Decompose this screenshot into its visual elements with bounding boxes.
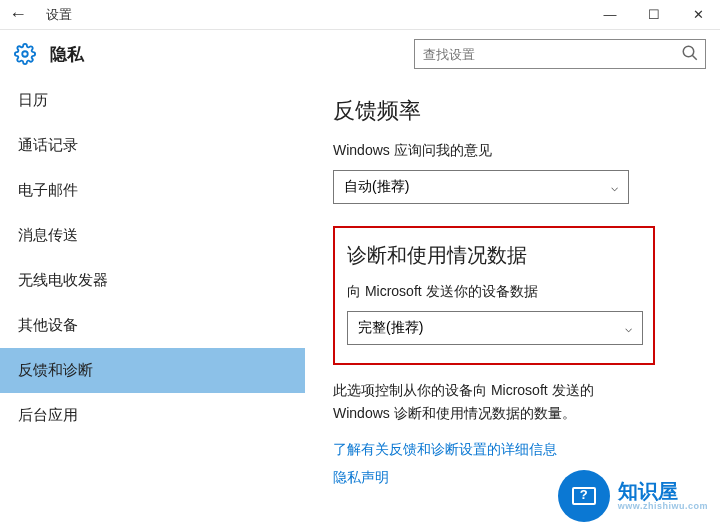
feedback-heading: 反馈频率 <box>333 96 692 126</box>
search-icon[interactable] <box>681 44 699 66</box>
diagnostics-label: 向 Microsoft 发送你的设备数据 <box>347 283 641 301</box>
minimize-button[interactable]: — <box>588 0 632 30</box>
sidebar-item[interactable]: 后台应用 <box>0 393 305 438</box>
page-title: 隐私 <box>50 43 84 66</box>
back-button[interactable]: ← <box>0 4 36 25</box>
learn-more-link[interactable]: 了解有关反馈和诊断设置的详细信息 <box>333 441 692 459</box>
sidebar-item[interactable]: 消息传送 <box>0 213 305 258</box>
gear-icon <box>14 43 36 65</box>
sidebar: 日历通话记录电子邮件消息传送无线电收发器其他设备反馈和诊断后台应用 <box>0 78 305 530</box>
feedback-section: 反馈频率 Windows 应询问我的意见 自动(推荐) ⌵ <box>333 96 692 204</box>
sidebar-item[interactable]: 电子邮件 <box>0 168 305 213</box>
feedback-label: Windows 应询问我的意见 <box>333 142 692 160</box>
chevron-down-icon: ⌵ <box>611 180 618 194</box>
diagnostics-highlight-box: 诊断和使用情况数据 向 Microsoft 发送你的设备数据 完整(推荐) ⌵ <box>333 226 655 365</box>
sidebar-item[interactable]: 日历 <box>0 78 305 123</box>
search-box[interactable] <box>414 39 706 69</box>
diagnostics-data-select[interactable]: 完整(推荐) ⌵ <box>347 311 643 345</box>
diagnostics-select-value: 完整(推荐) <box>358 319 423 337</box>
svg-point-0 <box>22 51 28 57</box>
sidebar-item[interactable]: 通话记录 <box>0 123 305 168</box>
diagnostics-heading: 诊断和使用情况数据 <box>347 242 641 269</box>
sidebar-item[interactable]: 无线电收发器 <box>0 258 305 303</box>
privacy-statement-link[interactable]: 隐私声明 <box>333 469 692 487</box>
chevron-down-icon: ⌵ <box>625 321 632 335</box>
svg-point-1 <box>683 46 694 57</box>
main-panel: 反馈频率 Windows 应询问我的意见 自动(推荐) ⌵ 诊断和使用情况数据 … <box>305 78 720 530</box>
feedback-select-value: 自动(推荐) <box>344 178 409 196</box>
sidebar-item[interactable]: 反馈和诊断 <box>0 348 305 393</box>
maximize-button[interactable]: ☐ <box>632 0 676 30</box>
close-button[interactable]: ✕ <box>676 0 720 30</box>
sidebar-item[interactable]: 其他设备 <box>0 303 305 348</box>
app-title: 设置 <box>46 6 72 24</box>
svg-line-2 <box>692 55 697 60</box>
feedback-frequency-select[interactable]: 自动(推荐) ⌵ <box>333 170 629 204</box>
diagnostics-description: 此选项控制从你的设备向 Microsoft 发送的 Windows 诊断和使用情… <box>333 379 653 425</box>
search-input[interactable] <box>423 47 675 62</box>
